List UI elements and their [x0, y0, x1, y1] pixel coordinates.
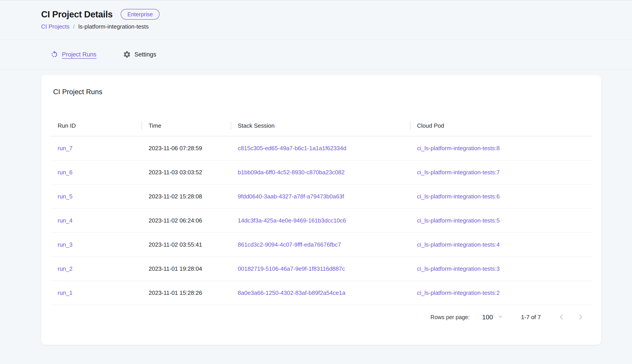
table-row: run_2 2023-11-01 19:28:04 00182719-5106-…	[51, 257, 592, 281]
cloud-pod-cell: ci_ls-platform-integration-tests:2	[410, 281, 592, 305]
run-id-cell: run_3	[51, 232, 141, 257]
cloud-pod-cell: ci_ls-platform-integration-tests:8	[410, 136, 592, 160]
run-link[interactable]: run_6	[58, 169, 73, 176]
time-cell: 2023-11-01 15:28:26	[141, 281, 231, 305]
run-link[interactable]: run_4	[58, 217, 73, 224]
rows-per-page-select[interactable]: 100	[482, 314, 503, 321]
cloud-pod-cell: ci_ls-platform-integration-tests:4	[410, 232, 592, 257]
column-divider	[410, 121, 410, 130]
column-header-cloud-pod: Cloud Pod	[410, 116, 592, 136]
stack-session-link[interactable]: c815c305-ed65-49a7-b6c1-1a1a1f62334d	[238, 145, 346, 152]
run-id-cell: run_7	[51, 136, 141, 160]
stack-session-link[interactable]: 00182719-5106-46a7-9e9f-1f83116d887c	[238, 265, 345, 272]
column-header-time: Time	[141, 116, 231, 136]
ci-project-runs-card: CI Project Runs Run ID Time Stack Sessio…	[41, 75, 601, 345]
previous-page-button[interactable]	[556, 312, 566, 322]
tab-settings[interactable]: Settings	[123, 50, 156, 58]
stack-session-cell: 8a0e3a66-1250-4302-83af-b89f2a54ce1a	[231, 281, 410, 305]
tab-bar: Project Runs Settings	[0, 40, 632, 70]
cloud-pod-cell: ci_ls-platform-integration-tests:6	[410, 184, 592, 208]
cloud-pod-cell: ci_ls-platform-integration-tests:7	[410, 160, 592, 184]
stack-session-cell: 861cd3c2-9094-4c07-9fff-eda76676fbc7	[231, 232, 410, 257]
breadcrumb-current: ls-platform-integration-tests	[78, 23, 149, 30]
pagination-bar: Rows per page: 100 1-7 of 7	[51, 311, 592, 324]
enterprise-badge: Enterprise	[121, 9, 160, 20]
stack-session-link[interactable]: 8a0e3a66-1250-4302-83af-b89f2a54ce1a	[238, 290, 345, 296]
page-header: CI Project Details Enterprise CI Project…	[0, 0, 632, 40]
time-cell: 2023-11-02 03:55:41	[141, 232, 231, 257]
run-link[interactable]: run_2	[58, 265, 73, 272]
breadcrumb-parent-link[interactable]: CI Projects	[41, 23, 70, 30]
cloud-pod-link[interactable]: ci_ls-platform-integration-tests:8	[417, 145, 500, 152]
cloud-pod-link[interactable]: ci_ls-platform-integration-tests:6	[417, 193, 500, 200]
next-page-button[interactable]	[576, 312, 585, 322]
tab-project-runs-label: Project Runs	[62, 51, 97, 58]
stack-session-link[interactable]: 861cd3c2-9094-4c07-9fff-eda76676fbc7	[238, 241, 341, 248]
rotate-left-icon	[50, 50, 58, 58]
table-row: run_7 2023-11-06 07:28:59 c815c305-ed65-…	[51, 136, 592, 160]
pagination-range: 1-7 of 7	[521, 314, 541, 321]
chevron-right-icon	[576, 312, 585, 322]
run-link[interactable]: run_3	[58, 241, 73, 248]
time-cell: 2023-11-01 19:28:04	[141, 257, 231, 281]
card-heading: CI Project Runs	[53, 88, 592, 96]
table-header-row: Run ID Time Stack Session Cloud Pod	[51, 116, 592, 136]
stack-session-link[interactable]: 9fdd0640-3aab-4327-a78f-a79473b0a63f	[238, 193, 344, 200]
run-id-cell: run_2	[51, 257, 141, 281]
cloud-pod-link[interactable]: ci_ls-platform-integration-tests:7	[417, 169, 500, 176]
rows-per-page-label: Rows per page:	[431, 314, 470, 320]
run-link[interactable]: run_1	[58, 290, 73, 296]
cloud-pod-cell: ci_ls-platform-integration-tests:3	[410, 257, 592, 281]
table-row: run_3 2023-11-02 03:55:41 861cd3c2-9094-…	[51, 232, 592, 257]
cloud-pod-link[interactable]: ci_ls-platform-integration-tests:4	[417, 241, 500, 248]
chevron-left-icon	[556, 312, 566, 322]
column-divider	[141, 121, 142, 130]
dropdown-arrow-icon	[498, 316, 503, 318]
time-cell: 2023-11-02 06:24:06	[141, 208, 231, 232]
cloud-pod-link[interactable]: ci_ls-platform-integration-tests:5	[417, 217, 500, 224]
table-row: run_1 2023-11-01 15:28:26 8a0e3a66-1250-…	[51, 281, 592, 305]
breadcrumb-separator: /	[73, 23, 75, 30]
runs-table: Run ID Time Stack Session Cloud Pod run_…	[51, 116, 592, 305]
gear-icon	[123, 50, 131, 58]
tab-settings-label: Settings	[135, 51, 156, 58]
run-link[interactable]: run_5	[58, 193, 73, 200]
cloud-pod-cell: ci_ls-platform-integration-tests:5	[410, 208, 592, 232]
column-header-run-id: Run ID	[51, 116, 141, 136]
run-id-cell: run_1	[51, 281, 141, 305]
stack-session-link[interactable]: 14dc3f3a-425a-4e0e-9469-161b3dcc10c6	[238, 217, 346, 224]
time-cell: 2023-11-06 07:28:59	[141, 136, 231, 160]
run-id-cell: run_6	[51, 160, 141, 184]
time-cell: 2023-11-02 15:28:08	[141, 184, 231, 208]
time-cell: 2023-11-03 03:03:52	[141, 160, 231, 184]
run-id-cell: run_5	[51, 184, 141, 208]
stack-session-link[interactable]: b1bb09da-6ff0-4c52-8930-c870ba23c082	[238, 169, 345, 176]
rows-per-page-value: 100	[482, 314, 493, 321]
cloud-pod-link[interactable]: ci_ls-platform-integration-tests:3	[417, 265, 500, 272]
run-id-cell: run_4	[51, 208, 141, 232]
main-content: CI Project Runs Run ID Time Stack Sessio…	[0, 70, 632, 345]
stack-session-cell: 9fdd0640-3aab-4327-a78f-a79473b0a63f	[231, 184, 410, 208]
column-divider	[231, 121, 231, 130]
table-row: run_5 2023-11-02 15:28:08 9fdd0640-3aab-…	[51, 184, 592, 208]
column-header-stack-session: Stack Session	[231, 116, 410, 136]
breadcrumb: CI Projects / ls-platform-integration-te…	[41, 23, 632, 30]
tab-project-runs[interactable]: Project Runs	[50, 50, 97, 58]
table-row: run_6 2023-11-03 03:03:52 b1bb09da-6ff0-…	[51, 160, 592, 184]
stack-session-cell: 00182719-5106-46a7-9e9f-1f83116d887c	[231, 257, 410, 281]
stack-session-cell: b1bb09da-6ff0-4c52-8930-c870ba23c082	[231, 160, 410, 184]
page-title: CI Project Details	[41, 9, 113, 20]
stack-session-cell: c815c305-ed65-49a7-b6c1-1a1a1f62334d	[231, 136, 410, 160]
run-link[interactable]: run_7	[58, 145, 73, 152]
cloud-pod-link[interactable]: ci_ls-platform-integration-tests:2	[417, 290, 500, 296]
table-row: run_4 2023-11-02 06:24:06 14dc3f3a-425a-…	[51, 208, 592, 232]
stack-session-cell: 14dc3f3a-425a-4e0e-9469-161b3dcc10c6	[231, 208, 410, 232]
